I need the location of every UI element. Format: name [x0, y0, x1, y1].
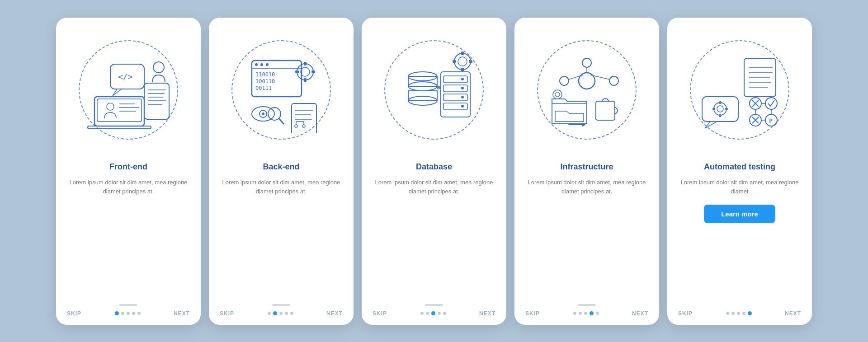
dot-1: [268, 312, 271, 315]
backend-illustration: 110010 100110 00111: [209, 18, 354, 162]
svg-point-68: [560, 76, 569, 85]
dot-1: [573, 312, 576, 315]
svg-rect-76: [596, 101, 615, 120]
svg-rect-6: [88, 126, 151, 129]
backend-skip[interactable]: SKIP: [220, 310, 234, 317]
card-backend: 110010 100110 00111: [209, 18, 354, 325]
backend-next[interactable]: NEXT: [326, 310, 343, 317]
dot-4: [285, 312, 288, 315]
database-icon-area: [389, 45, 479, 135]
svg-rect-28: [304, 78, 307, 82]
automated-testing-card-body: Automated testing Lorem ipsum dolor sit …: [667, 162, 812, 306]
svg-text:00111: 00111: [255, 85, 272, 91]
dot-2: [121, 312, 124, 315]
svg-text:100110: 100110: [255, 78, 275, 84]
svg-text:110010: 110010: [255, 71, 275, 78]
svg-marker-86: [705, 122, 717, 128]
automated-testing-illustration: P: [667, 18, 812, 162]
frontend-illustration: </>: [56, 18, 201, 162]
svg-point-61: [454, 53, 471, 70]
dot-3: [584, 312, 587, 315]
infrastructure-skip[interactable]: SKIP: [525, 310, 540, 317]
automated-testing-icon: P: [697, 47, 783, 133]
dot-5: [290, 312, 293, 315]
svg-marker-8: [113, 89, 122, 96]
frontend-card-body: Front-end Lorem ipsum dolor sit dim amet…: [56, 162, 201, 300]
svg-point-58: [461, 105, 464, 108]
frontend-next[interactable]: NEXT: [174, 310, 190, 317]
svg-point-42: [302, 125, 305, 127]
svg-point-87: [714, 103, 726, 115]
infrastructure-text: Lorem ipsum dolor sit dim amet, mea regi…: [527, 178, 646, 197]
dot-1: [420, 312, 424, 315]
svg-point-75: [555, 92, 560, 97]
backend-icon-area: 110010 100110 00111: [236, 45, 326, 135]
infrastructure-title: Infrastructure: [560, 162, 613, 172]
svg-rect-30: [311, 70, 315, 73]
svg-point-57: [461, 96, 464, 98]
dot-5: [443, 312, 446, 315]
svg-point-16: [153, 62, 164, 73]
infrastructure-icon-area: [542, 45, 632, 135]
dot-4: [438, 312, 441, 315]
learn-more-button[interactable]: Learn more: [704, 205, 775, 223]
svg-rect-90: [719, 114, 722, 117]
card-database: Database Lorem ipsum dolor sit dim amet,…: [362, 18, 506, 325]
card-infrastructure: Infrastructure Lorem ipsum dolor sit dim…: [514, 18, 659, 325]
dot-3: [431, 311, 435, 315]
svg-point-25: [297, 64, 313, 80]
database-next[interactable]: NEXT: [479, 310, 495, 317]
database-dots: [420, 311, 446, 315]
svg-point-21: [266, 63, 269, 66]
svg-rect-53: [443, 94, 467, 101]
svg-point-2: [107, 103, 114, 110]
svg-rect-91: [712, 108, 715, 110]
svg-point-33: [262, 112, 264, 115]
svg-point-69: [609, 76, 618, 85]
svg-rect-1: [97, 99, 142, 122]
svg-point-55: [461, 78, 464, 80]
svg-rect-50: [441, 72, 470, 117]
backend-card-body: Back-end Lorem ipsum dolor sit dim amet,…: [209, 162, 354, 300]
svg-rect-64: [461, 68, 464, 71]
svg-rect-89: [719, 101, 722, 104]
dot-3: [737, 312, 740, 315]
frontend-skip[interactable]: SKIP: [67, 310, 81, 317]
frontend-text: Lorem ipsum dolor sit dim amet, mea regi…: [69, 178, 188, 197]
svg-line-72: [568, 75, 583, 80]
svg-rect-85: [702, 97, 738, 122]
automated-testing-skip[interactable]: SKIP: [678, 310, 693, 317]
infrastructure-card-body: Infrastructure Lorem ipsum dolor sit dim…: [514, 162, 659, 300]
backend-title: Back-end: [263, 162, 299, 172]
automated-testing-next[interactable]: NEXT: [785, 310, 801, 317]
card-frontend: </> Front-end Lorem ipsum dolor sit dim …: [56, 18, 201, 325]
dot-2: [731, 312, 735, 315]
svg-text:</>: </>: [118, 72, 133, 81]
dot-5: [748, 311, 752, 315]
automated-testing-nav: SKIP NEXT: [667, 306, 812, 317]
dot-4: [132, 312, 135, 315]
backend-nav: SKIP NEXT: [209, 306, 354, 317]
database-illustration: [362, 18, 506, 162]
dot-3: [127, 312, 130, 315]
database-skip[interactable]: SKIP: [373, 310, 387, 317]
infrastructure-icon: [544, 47, 630, 133]
svg-point-88: [717, 106, 723, 112]
infrastructure-next[interactable]: NEXT: [632, 310, 648, 317]
automated-testing-dots: [726, 311, 752, 315]
svg-rect-27: [304, 62, 307, 66]
frontend-icon: </>: [85, 47, 171, 133]
automated-testing-title: Automated testing: [704, 162, 775, 172]
backend-dots: [268, 311, 293, 315]
dot-2: [273, 311, 277, 315]
dot-2: [579, 312, 582, 315]
automated-testing-text: Lorem ipsum dolor sit dim amet, mea regi…: [680, 178, 799, 197]
svg-point-62: [458, 57, 467, 66]
svg-point-56: [461, 87, 464, 89]
infrastructure-dots: [573, 311, 599, 315]
dot-4: [742, 312, 745, 315]
svg-rect-65: [453, 60, 456, 63]
backend-icon: 110010 100110 00111: [238, 47, 324, 133]
svg-rect-10: [144, 83, 169, 119]
dot-3: [279, 312, 283, 315]
